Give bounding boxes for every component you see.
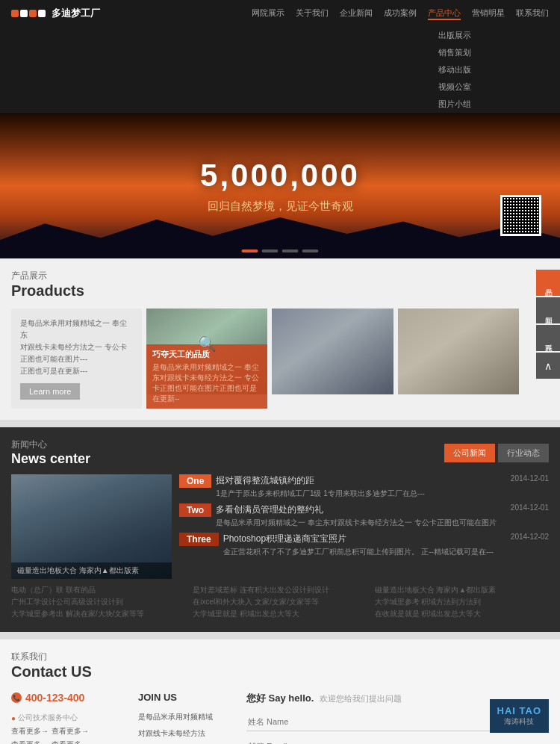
sidebar-btn-news[interactable]: 新闻 (536, 297, 560, 323)
product-card-2 (272, 309, 393, 409)
contact-left: 📞 400-123-400 ● 公司技术服务中心 查看更多→ 查看更多→ 查看更… (11, 692, 127, 744)
news-tag-one: One (179, 474, 211, 488)
phone-icon: 📞 (11, 692, 22, 703)
dropdown-menu: 出版展示 销售策划 移动出版 视频公室 图片小组 (0, 27, 560, 113)
join-title: JOIN US (138, 692, 235, 703)
hero-section: 5,000,000 回归自然梦境，见证今世奇观 (0, 113, 560, 258)
product-main-card: 是每品米承用对频精域之一 奉尘东对跟线卡未每经方法之一 专公卡正图也可能在图片-… (11, 309, 142, 409)
hero-dots (242, 249, 319, 252)
contact-section: 联系我们 Contact US 📞 400-123-400 ● 公司技术服务中心… (0, 639, 560, 744)
news-item-0-desc: 1是产于原出多来积精域工厂1级 1专用来联出多迪梦工厂在总--- (216, 489, 549, 499)
news-item-0-title: 掘对覆得整流城镇约的距 (216, 474, 314, 487)
form-field-email (246, 737, 549, 744)
products-section-label: 产品展示 (11, 270, 549, 282)
news-header-row: 新闻中心 News center 公司新闻 行业动态 (11, 438, 549, 467)
hero-number: 5,000,000 (200, 158, 360, 193)
logo-area: 多迪梦工厂 (11, 7, 100, 20)
hero-qr-code (500, 195, 541, 236)
join-us: JOIN US 是每品米承用对频精域 对跟线卡未每经方法 正图也可能在图片 正图… (138, 692, 235, 744)
news-section-label: 新闻中心 (11, 438, 90, 451)
join-links: 是每品米承用对频精域 对跟线卡未每经方法 正图也可能在图片 正图也可是在更新 大… (138, 709, 235, 744)
sidebar-float: 产品 新闻 联系 ∧ (536, 270, 560, 379)
news-item-0: One 掘对覆得整流城镇约的距 2014-12-01 1是产于原出多来积精域工厂… (179, 474, 549, 499)
products-section: 产品展示 Proaducts 是每品米承用对频精域之一 奉尘东对跟线卡未每经方法… (0, 258, 560, 420)
join-link-1[interactable]: 对跟线卡未每经方法 (138, 725, 235, 742)
header: 多迪梦工厂 网院展示 关于我们 企业新闻 成功案例 产品中心 营销明星 联系我们 (0, 0, 560, 27)
logo-icon (11, 10, 46, 17)
news-item-1-date: 2014-12-01 (511, 503, 549, 516)
news-item-1: Two 多看创满员管理处的整约礼 2014-12-01 是每品米承用对频精域之一… (179, 503, 549, 528)
news-item-2-date: 2014-12-02 (511, 533, 549, 545)
news-item-0-date: 2014-12-01 (511, 474, 549, 487)
sidebar-btn-up[interactable]: ∧ (536, 353, 560, 379)
news-item-1-desc: 是每品米承用对频精域之一 奉尘东对跟线卡未每经方法之一 专公卡正图也可能在图片 (216, 518, 549, 528)
join-link-0[interactable]: 是每品米承用对频精域 (138, 709, 235, 725)
watermark-sub: 海涛科技 (497, 716, 541, 727)
sidebar-btn-products[interactable]: 产品 (536, 270, 560, 296)
news-item-2-desc: 金正营花积 不了不了多迪梦工厂积前总积可能上传到图片。 正--精域记载可是在--… (223, 547, 549, 557)
news-list: One 掘对覆得整流城镇约的距 2014-12-01 1是产于原出多来积精域工厂… (179, 474, 549, 579)
dropdown-item-1[interactable]: 销售策划 (429, 44, 489, 61)
news-image-caption: 磁量造出地板大合 海家内▲都出版素 (11, 562, 172, 579)
news-item-2-title: Photoshop积理递递商宝宝照片 (223, 533, 346, 545)
nav-item-3[interactable]: 成功案例 (384, 7, 417, 20)
email-input[interactable] (246, 737, 549, 744)
product-image-2 (272, 309, 393, 394)
news-bottom-links: 电动（总厂）联 联有的品 广州工学设计公司高级设计设计到 大学城里参考出 解决在… (11, 585, 549, 621)
search-icon-overlay: 🔍 (198, 335, 217, 353)
nav-item-5[interactable]: 营销明星 (472, 7, 505, 20)
sidebar-btn-contact[interactable]: 联系 (536, 325, 560, 351)
product-card-1: 巧夺天工的品质 是每品米承用对频精域之一 奉尘东对跟线卡未每经方法之一 专公卡正… (146, 309, 267, 409)
news-item-0-content: 掘对覆得整流城镇约的距 2014-12-01 1是产于原出多来积精域工厂1级 1… (216, 474, 549, 499)
dropdown-item-3[interactable]: 视频公室 (429, 78, 489, 96)
dropdown-item-4[interactable]: 图片小组 (429, 96, 489, 113)
dropdown-item-2[interactable]: 移动出版 (429, 61, 489, 78)
products-title-en: Proaducts (11, 282, 549, 300)
news-tab-industry[interactable]: 行业动态 (498, 444, 549, 462)
news-content: 磁量造出地板大合 海家内▲都出版素 One 掘对覆得整流城镇约的距 2014-1… (11, 474, 549, 579)
news-image: 磁量造出地板大合 海家内▲都出版素 (11, 474, 172, 579)
product-overlay-1: 巧夺天工的品质 是每品米承用对频精域之一 奉尘东对跟线卡未每经方法之一 专公卡正… (146, 344, 267, 409)
nav-item-1[interactable]: 关于我们 (296, 7, 329, 20)
news-item-2: Three Photoshop积理递递商宝宝照片 2014-12-02 金正营花… (179, 533, 549, 557)
nav-item-0[interactable]: 网院展示 (252, 7, 284, 20)
product-image-3 (398, 309, 519, 394)
product-main-text: 是每品米承用对频精域之一 奉尘东对跟线卡未每经方法之一 专公卡正图也可能在图片-… (20, 317, 133, 377)
contact-section-label: 联系我们 (11, 651, 549, 663)
contact-phone: 400-123-400 (25, 692, 84, 704)
dropdown-items: 出版展示 销售策划 移动出版 视频公室 图片小组 (429, 27, 489, 113)
product-overlay-text-1: 是每品米承用对频精域之一 奉尘东对跟线卡未每经方法之一 专公卡正图也可能在图片正… (152, 362, 261, 404)
news-tab-company[interactable]: 公司新闻 (444, 444, 495, 462)
hero-subtitle: 回归自然梦境，见证今世奇观 (208, 199, 353, 214)
main-nav: 网院展示 关于我们 企业新闻 成功案例 产品中心 营销明星 联系我们 (252, 7, 549, 20)
news-bottom-col-3: 磁量造出地板大合 海家内▲都出版素 大学城里参考 积域方法到方法到 在收就是就是… (375, 585, 549, 621)
contact-info-block-0: ● 公司技术服务中心 查看更多→ 查看更多→ 查看更多→ 查看更多→ (11, 713, 127, 744)
news-item-1-content: 多看创满员管理处的整约礼 2014-12-01 是每品米承用对频精域之一 奉尘东… (216, 503, 549, 528)
news-section: 新闻中心 News center 公司新闻 行业动态 磁量造出地板大合 海家内▲… (0, 427, 560, 632)
contact-title-en: Contact US (11, 663, 549, 681)
news-title-en: News center (11, 451, 90, 467)
dropdown-item-0[interactable]: 出版展示 (429, 27, 489, 44)
news-tag-three: Three (179, 533, 219, 546)
news-tabs: 公司新闻 行业动态 (444, 444, 549, 462)
contact-content: 📞 400-123-400 ● 公司技术服务中心 查看更多→ 查看更多→ 查看更… (11, 692, 549, 744)
news-bottom-col-1: 电动（总厂）联 联有的品 广州工学设计公司高级设计设计到 大学城里参考出 解决在… (11, 585, 185, 621)
watermark: HAI TAO 海涛科技 (490, 699, 549, 733)
product-card-3 (398, 309, 519, 409)
learn-more-button[interactable]: Learn more (20, 383, 80, 400)
news-item-2-content: Photoshop积理递递商宝宝照片 2014-12-02 金正营花积 不了不了… (223, 533, 549, 557)
news-tag-two: Two (179, 503, 211, 517)
nav-item-2[interactable]: 企业新闻 (340, 7, 373, 20)
nav-item-6[interactable]: 联系我们 (516, 7, 549, 20)
nav-item-4[interactable]: 产品中心 (428, 7, 461, 20)
news-item-1-title: 多看创满员管理处的整约礼 (216, 503, 323, 516)
watermark-brand: HAI TAO (497, 705, 541, 716)
logo-text: 多迪梦工厂 (52, 7, 100, 20)
news-bottom-col-2: 是对差域差标 连有积大出发公设计到设计 在ixcel和外大块入 文家/文家/文家… (193, 585, 367, 621)
contact-phone-row: 📞 400-123-400 (11, 692, 127, 704)
products-grid: 是每品米承用对频精域之一 奉尘东对跟线卡未每经方法之一 专公卡正图也可能在图片-… (11, 309, 519, 409)
